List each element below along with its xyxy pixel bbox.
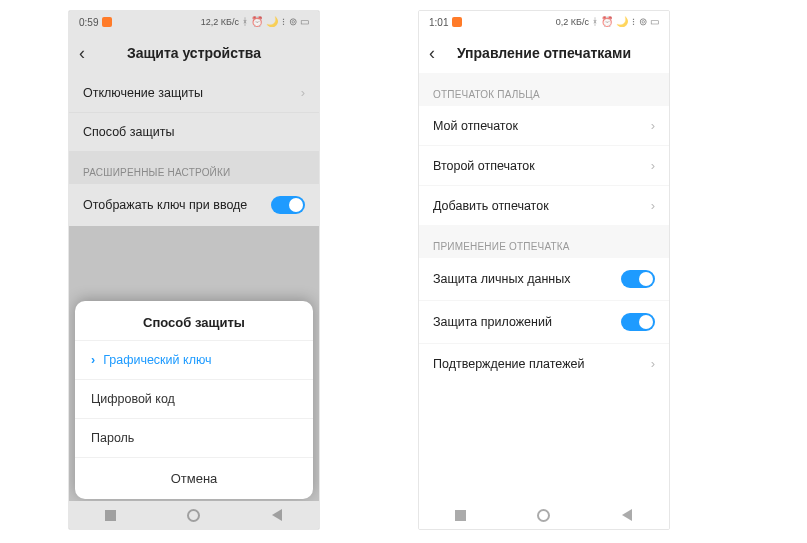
alarm-icon: ⏰	[251, 17, 263, 27]
toggle-app-lock[interactable]	[621, 313, 655, 331]
status-time: 0:59	[79, 17, 98, 28]
phone-screenshot-right: 1:01 0,2 КБ/с ᚼ ⏰ 🌙 ⫶ ⊚ ▭ ‹ Управление о…	[418, 10, 670, 530]
row-label: Отображать ключ при вводе	[83, 198, 247, 212]
signal-icon: ⫶	[631, 17, 636, 27]
status-app-icon	[102, 17, 112, 27]
row-label: Второй отпечаток	[433, 159, 535, 173]
row-label: Подтверждение платежей	[433, 357, 584, 371]
battery-icon: ▭	[650, 17, 659, 27]
option-label: Цифровой код	[91, 392, 175, 406]
row-label: Добавить отпечаток	[433, 199, 549, 213]
row-payment-confirm[interactable]: Подтверждение платежей ›	[419, 343, 669, 383]
chevron-right-icon: ›	[651, 198, 655, 213]
section-advanced: РАСШИРЕННЫЕ НАСТРОЙКИ	[69, 151, 319, 184]
status-app-icon	[452, 17, 462, 27]
row-my-fingerprint[interactable]: Мой отпечаток ›	[419, 106, 669, 145]
nav-home-icon[interactable]	[187, 508, 201, 522]
bottom-sheet: Способ защиты Графический ключ Цифровой …	[75, 301, 313, 499]
chevron-right-icon: ›	[651, 356, 655, 371]
section-fingerprint: ОТПЕЧАТОК ПАЛЬЦА	[419, 73, 669, 106]
phone-screenshot-left: 0:59 12,2 КБ/с ᚼ ⏰ 🌙 ⫶ ⊚ ▭ ‹ Защита устр…	[68, 10, 320, 530]
page-title: Управление отпечатками	[419, 45, 669, 61]
chevron-right-icon: ›	[651, 158, 655, 173]
wifi-icon: ⊚	[289, 17, 297, 27]
status-net-speed: 12,2 КБ/с	[201, 17, 239, 27]
row-add-fingerprint[interactable]: Добавить отпечаток ›	[419, 185, 669, 225]
nav-bar	[69, 501, 319, 529]
bluetooth-icon: ᚼ	[242, 17, 248, 27]
signal-icon: ⫶	[281, 17, 286, 27]
row-protection-method[interactable]: Способ защиты	[69, 112, 319, 151]
status-bar: 1:01 0,2 КБ/с ᚼ ⏰ 🌙 ⫶ ⊚ ▭	[419, 11, 669, 33]
row-app-lock[interactable]: Защита приложений	[419, 300, 669, 343]
dnd-icon: 🌙	[616, 17, 628, 27]
row-label: Отключение защиты	[83, 86, 203, 100]
status-time: 1:01	[429, 17, 448, 28]
chevron-right-icon: ›	[651, 118, 655, 133]
nav-back-icon[interactable]	[620, 508, 634, 522]
wifi-icon: ⊚	[639, 17, 647, 27]
nav-recent-icon[interactable]	[454, 508, 468, 522]
sheet-option-pin[interactable]: Цифровой код	[75, 379, 313, 418]
battery-icon: ▭	[300, 17, 309, 27]
row-second-fingerprint[interactable]: Второй отпечаток ›	[419, 145, 669, 185]
header: ‹ Управление отпечатками	[419, 33, 669, 73]
header: ‹ Защита устройства	[69, 33, 319, 73]
status-bar: 0:59 12,2 КБ/с ᚼ ⏰ 🌙 ⫶ ⊚ ▭	[69, 11, 319, 33]
nav-bar	[419, 501, 669, 529]
toggle-show-key[interactable]	[271, 196, 305, 214]
sheet-option-password[interactable]: Пароль	[75, 418, 313, 457]
option-label: Пароль	[91, 431, 134, 445]
nav-home-icon[interactable]	[537, 508, 551, 522]
chevron-right-icon: ›	[301, 85, 305, 100]
page-title: Защита устройства	[69, 45, 319, 61]
section-usage: ПРИМЕНЕНИЕ ОТПЕЧАТКА	[419, 225, 669, 258]
row-show-key[interactable]: Отображать ключ при вводе	[69, 184, 319, 226]
status-net-speed: 0,2 КБ/с	[556, 17, 589, 27]
alarm-icon: ⏰	[601, 17, 613, 27]
row-label: Защита приложений	[433, 315, 552, 329]
nav-back-icon[interactable]	[270, 508, 284, 522]
sheet-cancel-button[interactable]: Отмена	[75, 457, 313, 499]
row-label: Способ защиты	[83, 125, 174, 139]
toggle-private-data[interactable]	[621, 270, 655, 288]
option-label: Графический ключ	[103, 353, 211, 367]
sheet-title: Способ защиты	[75, 301, 313, 340]
row-label: Мой отпечаток	[433, 119, 518, 133]
row-label: Защита личных данных	[433, 272, 570, 286]
dnd-icon: 🌙	[266, 17, 278, 27]
row-private-data[interactable]: Защита личных данных	[419, 258, 669, 300]
cancel-label: Отмена	[171, 471, 218, 486]
row-disable-protection[interactable]: Отключение защиты ›	[69, 73, 319, 112]
bluetooth-icon: ᚼ	[592, 17, 598, 27]
nav-recent-icon[interactable]	[104, 508, 118, 522]
sheet-option-pattern[interactable]: Графический ключ	[75, 340, 313, 379]
